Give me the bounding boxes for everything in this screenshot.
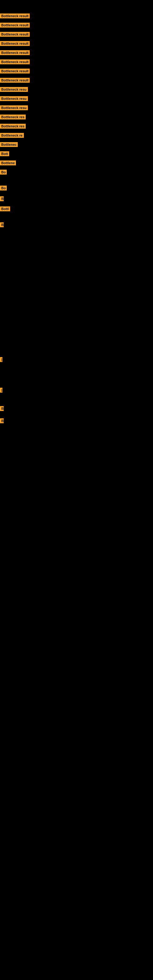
bottleneck-badge: Bottlene [0,161,16,165]
bottleneck-badge: Bottleneck res [0,124,26,129]
bottleneck-badge: Bottleneck result [0,32,30,37]
bottleneck-badge: Bottleneck result [0,78,30,83]
bottleneck-badge: Bottl [0,207,10,211]
bottleneck-badge: Bottlenec [0,142,18,147]
bottleneck-badge: B [0,222,4,227]
bottleneck-badge: Bott [0,151,9,156]
bottleneck-badge: | [0,357,2,362]
bottleneck-badge: Bottleneck result [0,59,30,64]
bottleneck-badge: B [0,418,4,423]
bottleneck-badge: Bo [0,170,7,175]
bottleneck-badge: Bottleneck result [0,41,30,46]
bottleneck-badge: Bo [0,186,7,191]
bottleneck-badge: Bottleneck res [0,115,26,119]
site-title [0,0,153,5]
bottleneck-badge: Bottleneck result [0,68,30,73]
bottleneck-badge: Bottleneck re [0,133,24,138]
bottleneck-badge: Bottleneck resu [0,87,28,92]
bottleneck-badge: B [0,406,4,411]
bottleneck-badge: Bottleneck result [0,23,30,27]
bottleneck-badge: Bottleneck resu [0,105,28,110]
bottleneck-badge: Bottleneck resu [0,96,28,101]
bottleneck-badge: B [0,196,4,201]
bottleneck-badge: Bottleneck result [0,50,30,55]
bottleneck-badge: | [0,388,2,393]
bottleneck-badge: Bottleneck result [0,13,30,18]
